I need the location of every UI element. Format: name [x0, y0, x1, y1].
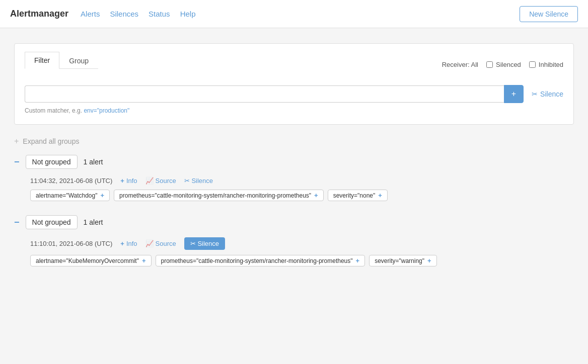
- group-alert-count-2: 1 alert: [84, 218, 103, 226]
- filter-input[interactable]: [25, 85, 504, 103]
- silenced-label: Silenced: [496, 61, 521, 68]
- new-silence-button[interactable]: New Silence: [520, 6, 578, 22]
- group-section-2: −Not grouped1 alert11:10:01, 2021-06-08 …: [14, 215, 574, 266]
- label-tag-text: prometheus="cattle-monitoring-system/ran…: [119, 192, 311, 199]
- filter-input-row: + ✂ Silence: [25, 85, 563, 103]
- nav-link-silences[interactable]: Silences: [110, 10, 138, 18]
- alert-action-source[interactable]: 📈 Source: [145, 177, 176, 185]
- info-icon: +: [120, 177, 124, 185]
- tab-filter[interactable]: Filter: [25, 52, 59, 69]
- expand-all-row[interactable]: + Expand all groups: [14, 137, 574, 146]
- add-filter-button[interactable]: +: [504, 85, 524, 103]
- label-tag-plus-btn[interactable]: +: [314, 192, 318, 199]
- alert-time: 11:04:32, 2021-06-08 (UTC): [30, 177, 112, 185]
- alert-action-info[interactable]: + Info: [120, 177, 137, 185]
- filter-right-controls: Receiver: All Silenced Inhibited: [442, 61, 563, 68]
- main-content: FilterGroup Receiver: All Silenced Inhib…: [0, 28, 588, 296]
- filter-hint: Custom matcher, e.g. env="production": [25, 107, 563, 114]
- hint-example-link[interactable]: env="production": [84, 107, 129, 114]
- label-tag: alertname="Watchdog"+: [30, 190, 110, 201]
- alert-item-1-1: 11:04:32, 2021-06-08 (UTC)+ Info📈 Source…: [14, 177, 574, 201]
- info-icon: +: [120, 240, 124, 247]
- nav-links: AlertsSilencesStatusHelp: [81, 10, 520, 18]
- alert-meta-row: 11:10:01, 2021-06-08 (UTC)+ Info📈 Source…: [30, 237, 574, 250]
- alert-labels-row: alertname="KubeMemoryOvercommit"+prometh…: [30, 255, 574, 266]
- silence-filter-label: Silence: [540, 90, 563, 98]
- filter-card: FilterGroup Receiver: All Silenced Inhib…: [14, 43, 574, 125]
- silence-filter-button[interactable]: ✂ Silence: [532, 90, 563, 98]
- label-tag: prometheus="cattle-monitoring-system/ran…: [114, 190, 324, 201]
- silence-filter-icon: ✂: [532, 90, 538, 98]
- label-tag-plus-btn[interactable]: +: [427, 257, 431, 264]
- alert-meta-row: 11:04:32, 2021-06-08 (UTC)+ Info📈 Source…: [30, 177, 574, 185]
- nav-link-help[interactable]: Help: [180, 10, 196, 18]
- alert-action-silence[interactable]: ✂ Silence: [184, 177, 213, 185]
- silenced-checkbox-group[interactable]: Silenced: [486, 61, 521, 68]
- groups-container: −Not grouped1 alert11:04:32, 2021-06-08 …: [14, 155, 574, 266]
- nav-link-alerts[interactable]: Alerts: [81, 10, 100, 18]
- alert-time: 11:10:01, 2021-06-08 (UTC): [30, 240, 112, 247]
- group-header-1: −Not grouped1 alert: [14, 155, 574, 169]
- label-tag-plus-btn[interactable]: +: [100, 192, 104, 199]
- navbar: Alertmanager AlertsSilencesStatusHelp Ne…: [0, 0, 588, 28]
- label-tag-plus-btn[interactable]: +: [356, 257, 360, 264]
- alert-item-2-1: 11:10:01, 2021-06-08 (UTC)+ Info📈 Source…: [14, 237, 574, 266]
- group-name-badge-2: Not grouped: [26, 215, 78, 229]
- silenced-checkbox[interactable]: [486, 61, 493, 68]
- receiver-label: Receiver: All: [442, 61, 478, 68]
- label-tag-plus-btn[interactable]: +: [142, 257, 146, 264]
- silence-alert-button[interactable]: ✂ Silence: [184, 237, 225, 250]
- tab-group[interactable]: Group: [59, 52, 98, 69]
- inhibited-checkbox-group[interactable]: Inhibited: [529, 61, 563, 68]
- inhibited-label: Inhibited: [539, 61, 563, 68]
- group-collapse-btn-1[interactable]: −: [14, 157, 20, 166]
- group-name-badge-1: Not grouped: [26, 155, 78, 169]
- chart-icon: 📈: [145, 177, 154, 185]
- label-tag: severity="warning"+: [369, 255, 437, 266]
- label-tag-text: severity="none": [333, 192, 376, 199]
- nav-link-status[interactable]: Status: [149, 10, 170, 18]
- label-tag-text: severity="warning": [375, 257, 424, 264]
- label-tag-text: prometheus="cattle-monitoring-system/ran…: [161, 257, 353, 264]
- alert-action-source[interactable]: 📈 Source: [145, 240, 176, 247]
- expand-all-plus-icon: +: [14, 137, 19, 146]
- alert-labels-row: alertname="Watchdog"+prometheus="cattle-…: [30, 190, 574, 201]
- group-header-2: −Not grouped1 alert: [14, 215, 574, 229]
- tabs: FilterGroup: [25, 52, 98, 69]
- inhibited-checkbox[interactable]: [529, 61, 536, 68]
- label-tag: prometheus="cattle-monitoring-system/ran…: [156, 255, 365, 266]
- group-alert-count-1: 1 alert: [84, 158, 103, 166]
- label-tag-text: alertname="Watchdog": [36, 192, 97, 199]
- label-tag-plus-btn[interactable]: +: [378, 192, 382, 199]
- app-brand: Alertmanager: [10, 9, 68, 19]
- group-collapse-btn-2[interactable]: −: [14, 218, 20, 227]
- chart-icon: 📈: [145, 240, 154, 247]
- tab-row: FilterGroup Receiver: All Silenced Inhib…: [25, 52, 563, 77]
- alert-action-info[interactable]: + Info: [120, 240, 137, 247]
- label-tag-text: alertname="KubeMemoryOvercommit": [36, 257, 139, 264]
- label-tag: alertname="KubeMemoryOvercommit"+: [30, 255, 152, 266]
- navbar-actions: New Silence: [520, 6, 578, 22]
- expand-all-label: Expand all groups: [23, 137, 79, 145]
- label-tag: severity="none"+: [328, 190, 388, 201]
- group-section-1: −Not grouped1 alert11:04:32, 2021-06-08 …: [14, 155, 574, 201]
